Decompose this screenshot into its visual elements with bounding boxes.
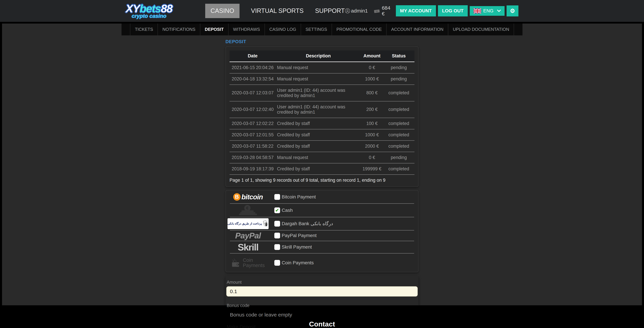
- table-row: 2020-04-18 13:32:54Manual request1000 €p…: [230, 73, 414, 85]
- deposit-history-panel: DateDescriptionAmountStatus 2021-06-15 2…: [226, 46, 418, 187]
- payment-label: Coin Payments: [282, 260, 314, 265]
- dargah-checkbox[interactable]: ✔: [274, 221, 280, 227]
- payment-row-coin-payments[interactable]: CoinPayments ✔ Coin Payments: [230, 253, 414, 272]
- payment-row-bitcoin[interactable]: B bitcoin ✔ Bitcoin Payment: [230, 191, 414, 204]
- cell-amount: 800 €: [361, 85, 383, 101]
- table-row: 2018-09-19 18:17:39Credited by staff1999…: [230, 163, 414, 175]
- cash-icon: €: [239, 205, 257, 216]
- make-deposit-button[interactable]: Make Deposit: [227, 324, 256, 328]
- deposit-history-table: DateDescriptionAmountStatus 2021-06-15 2…: [230, 51, 414, 175]
- page-body: TICKETSNOTIFICATIONSDEPOSITWITHDRAWSCASI…: [2, 24, 642, 305]
- bitcoin-icon: B: [233, 193, 241, 201]
- pagination-info: Page 1 of 1, showing 9 records out of 9 …: [230, 178, 414, 183]
- user-icon: [345, 8, 350, 14]
- balance: 684 €: [382, 5, 394, 17]
- payment-label: Skrill Payment: [282, 244, 312, 250]
- cell-description: Manual request: [276, 73, 361, 85]
- footer: Contact: [0, 305, 644, 328]
- subnav-item-withdraws[interactable]: WITHDRAWS: [228, 24, 265, 35]
- payment-methods-panel: B bitcoin ✔ Bitcoin Payment € ✔ Cash: [226, 190, 418, 272]
- subnav-item-casino-log[interactable]: CASINO LOG: [265, 24, 301, 35]
- payment-row-cash[interactable]: € ✔ Cash: [230, 204, 414, 217]
- user-info: admin1 0 684 €: [345, 5, 394, 17]
- deposit-table-body: 2021-06-15 20:04:26Manual request0 €pend…: [230, 62, 414, 175]
- paypal-checkbox[interactable]: ✔: [274, 233, 280, 238]
- column-header-status: Status: [383, 51, 414, 62]
- topnav-item-casino[interactable]: CASINO: [205, 4, 240, 18]
- cash-logo: €: [230, 205, 266, 216]
- site-logo[interactable]: XYbets88 crypto casino: [126, 3, 172, 19]
- payment-row-paypal[interactable]: PayPal ✔ PayPal Payment: [230, 230, 414, 241]
- dargah-bank-logo: پرداخت از طریق درگاه بانکی: [230, 218, 266, 229]
- table-row: 2020-03-07 11:58:22Credited by staff2000…: [230, 140, 414, 152]
- payment-row-dargah-bank[interactable]: پرداخت از طریق درگاه بانکی ✔ Dargah Bank…: [230, 217, 414, 230]
- cell-status: pending: [383, 152, 414, 163]
- subnav-item-notifications[interactable]: NOTIFICATIONS: [158, 24, 200, 35]
- cell-amount: 1000 €: [361, 129, 383, 140]
- username: admin1: [351, 8, 368, 14]
- page-title: DEPOSIT: [226, 39, 418, 44]
- table-row: 2020-03-07 12:01:55Credited by staff1000…: [230, 129, 414, 140]
- topnav-item-virtual-sports[interactable]: VIRTUAL SPORTS: [251, 7, 304, 14]
- top-navigation: CASINOVIRTUAL SPORTSSUPPORT: [205, 4, 345, 18]
- dargah-cartoon-icon: [263, 220, 268, 227]
- cell-description: Credited by staff: [276, 140, 361, 152]
- cell-status: completed: [383, 101, 414, 118]
- wallet-icon: [231, 258, 241, 268]
- deposit-content: DEPOSIT DateDescriptionAmountStatus 2021…: [226, 39, 418, 328]
- payment-label: PayPal Payment: [282, 233, 317, 238]
- coin-payments-logo: CoinPayments: [230, 258, 266, 268]
- column-header-amount: Amount: [361, 51, 383, 62]
- site-logo-text: XYbets88: [126, 3, 172, 14]
- topnav-item-support[interactable]: SUPPORT: [315, 7, 345, 14]
- table-row: 2019-03-28 04:58:57Manual request0 €pend…: [230, 152, 414, 163]
- cell-description: Credited by staff: [276, 163, 361, 175]
- table-row: 2021-06-15 20:04:26Manual request0 €pend…: [230, 62, 414, 73]
- header-right: admin1 0 684 € MY ACCOUNT LOG OUT: [345, 5, 518, 17]
- subnav-item-deposit[interactable]: DEPOSIT: [200, 24, 228, 35]
- skrill-logo: Skrill: [230, 242, 266, 253]
- subnav-item-tickets[interactable]: TICKETS: [130, 24, 158, 35]
- subnav-item-account-information[interactable]: ACCOUNT INFORMATION: [386, 24, 448, 35]
- cell-status: completed: [383, 140, 414, 152]
- column-header-date: Date: [230, 51, 276, 62]
- cell-description: Manual request: [276, 62, 361, 73]
- payment-row-skrill[interactable]: Skrill ✔ Skrill Payment: [230, 241, 414, 253]
- uk-flag-icon: [474, 8, 481, 14]
- cell-date: 2020-03-07 12:01:55: [230, 129, 276, 140]
- cell-date: 2020-04-18 13:32:54: [230, 73, 276, 85]
- cell-amount: 0 €: [361, 62, 383, 73]
- cell-description: Manual request: [276, 152, 361, 163]
- cell-description: Credited by staff: [276, 118, 361, 129]
- cell-status: pending: [383, 73, 414, 85]
- cell-date: 2018-09-19 18:17:39: [230, 163, 276, 175]
- money-icon: 0: [374, 8, 380, 14]
- cell-date: 2020-03-07 12:02:22: [230, 118, 276, 129]
- cell-description: User admin1 (ID: 44) account was credite…: [276, 101, 361, 118]
- table-row: 2020-03-07 12:02:40User admin1 (ID: 44) …: [230, 101, 414, 118]
- bitcoin-checkbox[interactable]: ✔: [274, 194, 280, 200]
- cell-status: completed: [383, 163, 414, 175]
- cell-date: 2019-03-28 04:58:57: [230, 152, 276, 163]
- skrill-checkbox[interactable]: ✔: [274, 244, 280, 250]
- account-subnav: TICKETSNOTIFICATIONSDEPOSITWITHDRAWSCASI…: [122, 24, 522, 35]
- paypal-logo: PayPal: [230, 231, 266, 240]
- cell-status: completed: [383, 85, 414, 101]
- cell-amount: 1000 €: [361, 73, 383, 85]
- coin-payments-checkbox[interactable]: ✔: [274, 260, 280, 266]
- cell-amount: 199999 €: [361, 163, 383, 175]
- subnav-item-upload-documentation[interactable]: UPLOAD DOCUMENTATION: [448, 24, 514, 35]
- settings-gear-button[interactable]: ⚙: [506, 6, 518, 16]
- language-selector[interactable]: ENG: [470, 6, 504, 16]
- amount-input[interactable]: [226, 286, 418, 297]
- cell-amount: 0 €: [361, 152, 383, 163]
- bitcoin-logo: B bitcoin: [230, 193, 266, 201]
- log-out-button[interactable]: LOG OUT: [438, 5, 468, 17]
- gear-icon: ⚙: [510, 8, 515, 14]
- header: XYbets88 crypto casino CASINOVIRTUAL SPO…: [0, 0, 644, 22]
- cash-checkbox[interactable]: ✔: [274, 207, 280, 213]
- subnav-item-promotional-code[interactable]: PROMOTIONAL CODE: [332, 24, 387, 35]
- cell-description: Credited by staff: [276, 129, 361, 140]
- my-account-button[interactable]: MY ACCOUNT: [396, 5, 436, 17]
- subnav-item-settings[interactable]: SETTINGS: [301, 24, 332, 35]
